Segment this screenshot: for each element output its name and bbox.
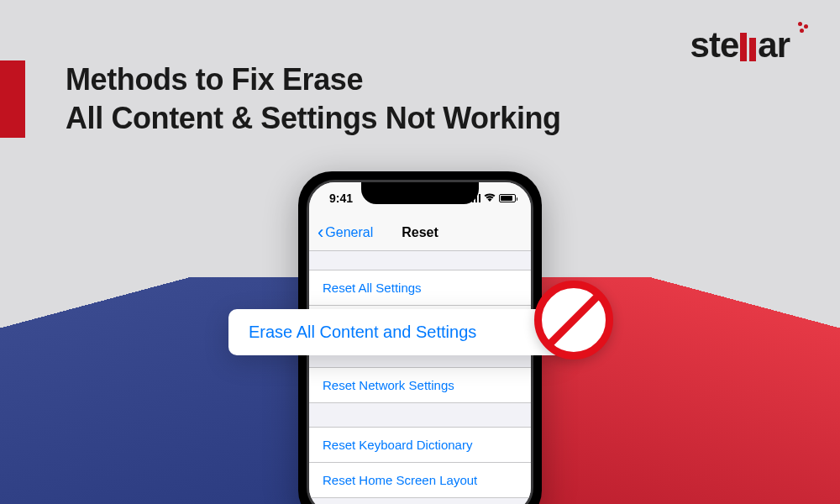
back-button[interactable]: ‹ General xyxy=(318,222,373,244)
nav-bar: ‹ General Reset xyxy=(309,214,531,251)
page-title-block: Methods to Fix Erase All Content & Setti… xyxy=(66,60,561,138)
battery-icon xyxy=(499,194,516,202)
row-reset-home[interactable]: Reset Home Screen Layout xyxy=(309,463,531,497)
row-reset-network[interactable]: Reset Network Settings xyxy=(309,368,531,402)
accent-bar xyxy=(0,60,25,138)
settings-list: Reset All Settings Reset Network Setting… xyxy=(309,251,531,498)
nav-title: Reset xyxy=(402,225,438,240)
title-line-1: Methods to Fix Erase xyxy=(66,60,561,99)
back-label: General xyxy=(325,225,373,240)
callout-text: Erase All Content and Settings xyxy=(249,323,476,341)
chevron-left-icon: ‹ xyxy=(318,222,323,244)
row-reset-all-settings[interactable]: Reset All Settings xyxy=(309,270,531,306)
wifi-icon xyxy=(484,192,496,204)
phone-notch xyxy=(361,182,479,204)
title-line-2: All Content & Settings Not Working xyxy=(66,99,561,138)
brand-logo: ste ar xyxy=(690,25,790,66)
row-reset-keyboard[interactable]: Reset Keyboard Dictionary xyxy=(309,428,531,463)
callout-erase-all[interactable]: Erase All Content and Settings xyxy=(228,309,564,355)
prohibit-icon xyxy=(534,281,613,360)
brand-bars-icon xyxy=(740,33,756,61)
status-time: 9:41 xyxy=(329,192,353,205)
